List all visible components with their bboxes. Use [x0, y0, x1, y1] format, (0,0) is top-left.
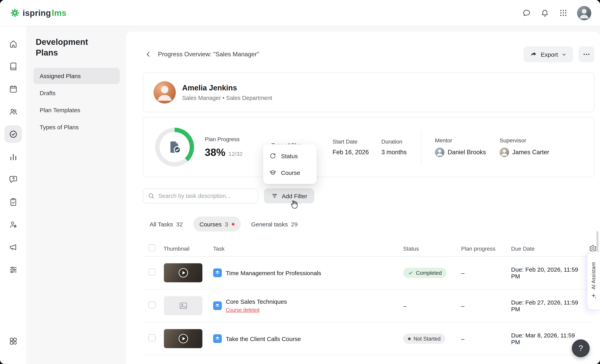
messages-button[interactable] — [519, 5, 534, 20]
rail-item-user-management[interactable] — [4, 216, 22, 233]
status-label: Completed — [416, 270, 442, 276]
user-avatar[interactable] — [577, 6, 591, 20]
rail-item-announcements[interactable] — [4, 238, 22, 256]
task-toolbar: Add Filter — [143, 188, 594, 203]
goal-check-icon — [9, 129, 18, 139]
avatar-silhouette-icon — [154, 81, 176, 103]
col-due-date: Due Date — [506, 245, 584, 252]
sidebar-nav: Assigned Plans Drafts Plan Templates Typ… — [33, 68, 120, 135]
plan-progress-label: Plan Progress — [205, 136, 272, 142]
play-icon — [178, 333, 189, 344]
course-thumbnail — [164, 263, 202, 282]
due-date: Due: Feb 20, 2026, 11:59 PM — [506, 266, 584, 280]
rail-item-calendar[interactable] — [4, 80, 22, 98]
row-checkbox[interactable] — [148, 334, 156, 341]
bell-icon — [541, 9, 549, 17]
rail-item-development-plans[interactable] — [4, 125, 22, 143]
task-title[interactable]: Take the Client Calls Course — [226, 335, 301, 342]
sidebar-item-plan-templates[interactable]: Plan Templates — [33, 102, 120, 118]
add-filter-button[interactable]: Add Filter — [264, 188, 314, 203]
course-deleted-note: Course deleted — [226, 307, 260, 313]
ispring-logo[interactable]: ispringlms — [10, 8, 66, 18]
add-filter-label: Add Filter — [282, 192, 307, 199]
status-value: – — [398, 302, 456, 309]
rail-item-questions[interactable] — [4, 171, 22, 188]
ai-assistant-label: AI Assistant — [591, 262, 596, 289]
refresh-icon — [269, 152, 277, 160]
select-all-checkbox[interactable] — [148, 244, 156, 251]
due-date: Due: Feb 27, 2026, 11:59 PM — [506, 299, 584, 312]
sidebar-item-assigned-plans[interactable]: Assigned Plans — [33, 68, 120, 84]
course-type-icon — [213, 334, 222, 343]
table-row[interactable]: Core Sales Techniques Course deleted – –… — [143, 290, 594, 322]
task-title[interactable]: Core Sales Techniques — [226, 298, 287, 305]
mentor-stat: Mentor Daniel Brooks — [435, 137, 500, 157]
share-icon — [530, 51, 537, 58]
rail-item-settings[interactable] — [4, 261, 22, 278]
sidebar-title: Development Plans — [36, 36, 99, 58]
search-input[interactable] — [143, 188, 258, 203]
progress-card: Plan Progress 38% 12/32 Type of Plan Sta… — [143, 117, 594, 177]
course-type-icon — [213, 301, 222, 310]
sidebar-item-drafts[interactable]: Drafts — [33, 85, 120, 101]
plan-progress-value: – — [456, 335, 506, 342]
rail-item-home[interactable] — [4, 35, 22, 52]
row-checkbox[interactable] — [148, 268, 156, 276]
notifications-button[interactable] — [537, 5, 552, 20]
plan-progress-stat: Plan Progress 38% 12/32 — [205, 136, 272, 158]
menu-item-course[interactable]: Course — [263, 164, 317, 181]
supervisor-name: James Carter — [512, 149, 549, 156]
table-row[interactable]: Take the Client Calls Course Not Started… — [143, 322, 594, 355]
table-settings-button[interactable] — [584, 245, 594, 252]
task-tabs: All Tasks 32 Courses 3 General tasks 29 — [143, 217, 594, 232]
rail-item-people[interactable] — [4, 103, 22, 120]
table-header: Thumbnail Task Status Plan progress Due … — [143, 241, 594, 256]
grid-apps-icon — [9, 337, 18, 346]
menu-item-status-label: Status — [281, 153, 298, 159]
apps-button[interactable] — [555, 5, 571, 20]
sidebar: Development Plans Assigned Plans Drafts … — [26, 26, 126, 364]
employee-name: Amelia Jenkins — [182, 84, 272, 92]
duration-value: 3 months — [381, 149, 421, 156]
more-options-button[interactable] — [579, 46, 594, 62]
menu-item-status[interactable]: Status — [263, 147, 317, 164]
tasks-table: Thumbnail Task Status Plan progress Due … — [143, 241, 594, 355]
plan-progress-fraction: 12/32 — [229, 150, 243, 157]
help-button[interactable]: ? — [572, 339, 590, 357]
tab-courses[interactable]: Courses 3 — [193, 217, 241, 232]
scrollbar-thumb[interactable] — [596, 231, 598, 252]
row-checkbox[interactable] — [148, 301, 156, 309]
export-button[interactable]: Export — [523, 46, 573, 62]
table-row[interactable]: Time Management for Professionals Comple… — [143, 256, 594, 290]
chevron-down-icon — [562, 52, 567, 57]
gear-icon — [589, 245, 597, 252]
check-icon — [408, 270, 413, 275]
task-title[interactable]: Time Management for Professionals — [226, 269, 321, 276]
tab-all-tasks[interactable]: All Tasks 32 — [150, 217, 183, 232]
tab-label: All Tasks — [150, 221, 173, 228]
people-icon — [9, 107, 18, 116]
tab-general-tasks[interactable]: General tasks 29 — [251, 217, 298, 232]
user-gear-icon — [9, 220, 18, 229]
back-button[interactable] — [143, 49, 154, 60]
rail-item-courses[interactable] — [4, 57, 22, 75]
avatar-silhouette-icon — [435, 147, 444, 157]
course-thumbnail-placeholder — [164, 296, 202, 315]
rail-item-reports[interactable] — [4, 148, 22, 165]
tab-label: Courses — [199, 221, 222, 228]
tab-count: 29 — [291, 221, 298, 228]
plan-progress-value: – — [456, 269, 506, 276]
supervisor-avatar — [500, 147, 509, 157]
top-bar: ispringlms — [0, 0, 600, 26]
rail-item-assignments[interactable] — [4, 193, 22, 210]
rail-item-app-switcher[interactable] — [4, 332, 22, 350]
vertical-divider — [421, 130, 422, 164]
main-area: Progress Overview: "Sales Manager" Expor… — [126, 26, 600, 364]
avatar-silhouette-icon — [500, 147, 509, 157]
status-dot — [408, 337, 411, 340]
sidebar-item-types-of-plans[interactable]: Types of Plans — [33, 119, 120, 135]
mentor-avatar — [435, 147, 444, 157]
ai-assistant-tab[interactable]: AI Assistant — [587, 251, 600, 310]
due-date: Due: Mar 8, 2026, 11:59 PM — [506, 332, 584, 345]
clipboard-check-icon — [9, 197, 18, 206]
